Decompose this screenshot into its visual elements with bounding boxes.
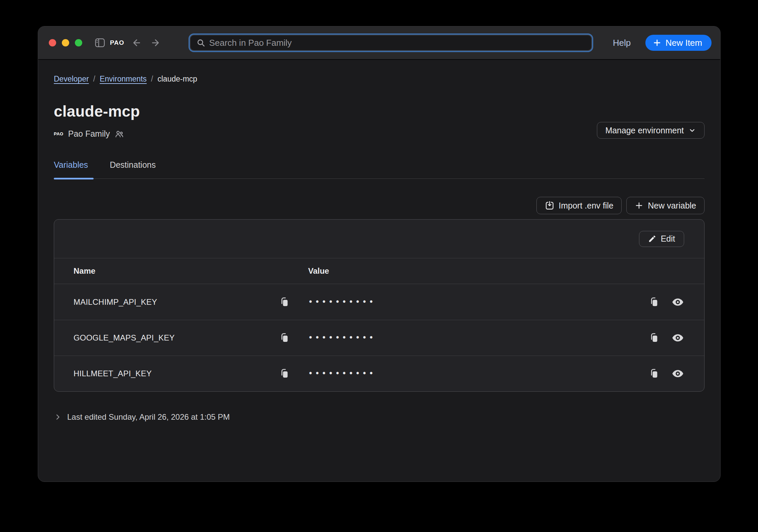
column-header-name: Name [74, 266, 280, 276]
last-edited-row: Last edited Sunday, April 26, 2026 at 1:… [54, 412, 705, 422]
breadcrumb-current: claude-mcp [157, 75, 197, 84]
breadcrumb: Developer / Environments / claude-mcp [54, 75, 705, 84]
manage-environment-label: Manage environment [605, 126, 684, 135]
masked-value: •••••••••• [308, 369, 649, 378]
toolbar: PAO Search in Pao Family Help [38, 26, 720, 60]
plus-icon [653, 38, 661, 47]
import-download-icon [545, 201, 554, 211]
minimize-window-button[interactable] [62, 39, 69, 46]
people-icon [115, 130, 124, 138]
last-edited-text: Last edited Sunday, April 26, 2026 at 1:… [67, 412, 230, 422]
copy-value-button[interactable] [649, 297, 659, 307]
tab-destinations[interactable]: Destinations [110, 160, 156, 178]
search-icon [197, 38, 205, 47]
reveal-value-button[interactable] [671, 369, 684, 379]
table-row: GOOGLE_MAPS_API_KEY •••••••••• [54, 320, 704, 356]
table-row: HILLMEET_API_KEY •••••••••• [54, 356, 704, 391]
breadcrumb-separator: / [93, 75, 95, 84]
variables-card: Edit Name Value MAILCHIMP_API_KEY ••••••… [54, 219, 705, 392]
app-logo: PAO [110, 39, 124, 46]
help-link[interactable]: Help [613, 38, 631, 48]
tab-bar: Variables Destinations [54, 160, 705, 179]
edit-label: Edit [661, 234, 675, 244]
new-variable-button[interactable]: New variable [626, 197, 705, 214]
tab-variables[interactable]: Variables [54, 160, 94, 178]
variable-name: MAILCHIMP_API_KEY [74, 297, 280, 307]
pencil-icon [648, 235, 656, 243]
new-item-button[interactable]: New Item [645, 35, 712, 51]
breadcrumb-separator: / [151, 75, 153, 84]
zoom-window-button[interactable] [75, 39, 82, 46]
table-header: Name Value [54, 258, 704, 284]
plus-icon [635, 201, 643, 210]
app-window: PAO Search in Pao Family Help [38, 26, 721, 482]
reveal-value-button[interactable] [671, 297, 684, 307]
search-input[interactable]: Search in Pao Family [190, 35, 592, 51]
variable-name: HILLMEET_API_KEY [74, 369, 280, 378]
vault-name: Pao Family [68, 129, 110, 139]
traffic-lights [49, 39, 82, 46]
sidebar-toggle-icon[interactable] [95, 38, 105, 47]
new-item-label: New Item [665, 38, 702, 48]
reveal-value-button[interactable] [671, 333, 684, 343]
masked-value: •••••••••• [308, 333, 649, 343]
copy-name-button[interactable] [280, 297, 308, 307]
new-variable-label: New variable [648, 201, 696, 211]
copy-name-button[interactable] [280, 369, 308, 379]
breadcrumb-developer[interactable]: Developer [54, 75, 89, 84]
variable-actions: Import .env file New variable [54, 197, 705, 214]
import-env-button[interactable]: Import .env file [536, 197, 622, 214]
page-header: claude-mcp PAO Pao Family Manage [54, 102, 705, 139]
manage-environment-button[interactable]: Manage environment [597, 122, 705, 139]
chevron-right-icon[interactable] [54, 413, 62, 421]
breadcrumb-environments[interactable]: Environments [100, 75, 147, 84]
main-content: Developer / Environments / claude-mcp cl… [38, 75, 720, 422]
search-placeholder: Search in Pao Family [209, 38, 292, 48]
table-row: MAILCHIMP_API_KEY •••••••••• [54, 284, 704, 320]
chevron-down-icon [688, 126, 696, 134]
column-header-value: Value [308, 266, 684, 276]
close-window-button[interactable] [49, 39, 56, 46]
copy-value-button[interactable] [649, 369, 659, 379]
back-arrow-icon[interactable] [132, 38, 142, 48]
import-env-label: Import .env file [559, 201, 614, 211]
vault-badge: PAO [54, 131, 64, 136]
forward-arrow-icon[interactable] [150, 38, 160, 48]
copy-value-button[interactable] [649, 333, 659, 343]
page-title: claude-mcp [54, 102, 140, 120]
masked-value: •••••••••• [308, 297, 649, 307]
vault-meta: PAO Pao Family [54, 129, 140, 139]
copy-name-button[interactable] [280, 333, 308, 343]
variable-name: GOOGLE_MAPS_API_KEY [74, 333, 280, 343]
edit-button[interactable]: Edit [639, 231, 684, 247]
card-toolbar: Edit [54, 220, 704, 258]
